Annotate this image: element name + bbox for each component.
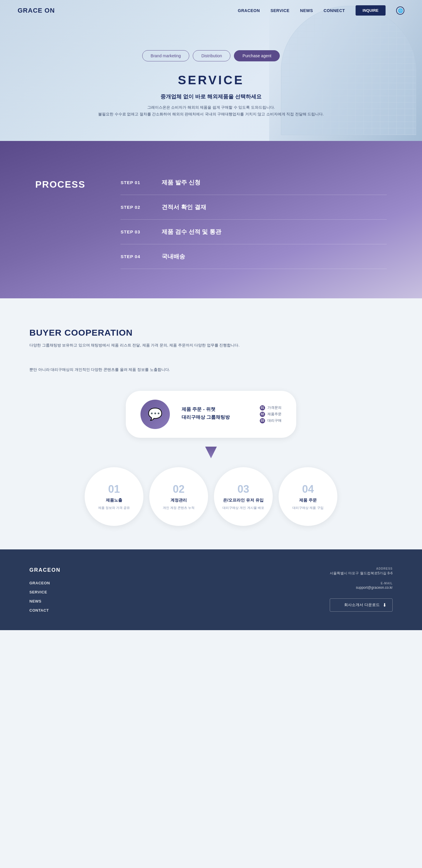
footer-address-value: 서울특별시 마포구 월드컵북로5가길 8-6 — [330, 571, 393, 576]
footer-link-news[interactable]: NEWS — [29, 599, 60, 603]
wechat-step-num-1: 01 — [260, 405, 265, 410]
step-text-2: 견적서 확인 결재 — [162, 203, 206, 211]
process-section: PROCESS STEP 01 제품 발주 신청 STEP 02 견적서 확인 … — [0, 141, 422, 298]
wechat-step-num-3: 03 — [260, 418, 265, 424]
process-title: PROCESS — [35, 170, 85, 190]
buyer-circle-1: 01 제품노출 제품 정보와 가격 공유 — [85, 467, 143, 526]
download-button[interactable]: 회사소개서 다운로드 ⬇ — [330, 598, 393, 612]
step-label-1: STEP 01 — [120, 180, 144, 185]
nav-connect[interactable]: CONNECT — [323, 8, 345, 13]
hero-subtitle: 중개업체 없이 바로 해외제품을 선택하세요 — [98, 93, 323, 100]
buyer-circle-2: 02 계정관리 개인 계정 콘텐츠 누적 — [149, 467, 208, 526]
buyer-title: BUYER COOPERATION — [29, 328, 393, 338]
wechat-step-text-1: 가격문의 — [268, 405, 282, 410]
arrow-down-icon — [205, 446, 217, 458]
wechat-step-2: 02 제품주문 — [260, 412, 282, 417]
wechat-card: 💬 제품 주문 - 위챗 대리구매상 그룹채팅방 01 가격문의 02 제품주문 — [126, 391, 296, 438]
wechat-step-3: 03 대리구매 — [260, 418, 282, 424]
nav-news[interactable]: NEWS — [300, 8, 313, 13]
circle-title-3: 온/오프라인 유저 유입 — [223, 498, 263, 503]
globe-icon[interactable]: 🌐 — [396, 6, 404, 15]
buyer-circles: 01 제품노출 제품 정보와 가격 공유 02 계정관리 개인 계정 콘텐츠 누… — [85, 467, 337, 526]
wechat-icon-wrap: 💬 — [140, 400, 170, 429]
circle-num-3: 03 — [237, 483, 249, 495]
step-label-3: STEP 03 — [120, 229, 144, 234]
circle-title-1: 제품노출 — [106, 498, 122, 503]
hero-section: Brand marketing Distribution Purchase ag… — [0, 0, 422, 141]
hero-desc-line2: 불필요한 수수료 없애고 절차를 간소화하여 해외의 판매처에서 국내의 구매대… — [98, 111, 323, 118]
wechat-icon: 💬 — [148, 407, 163, 421]
wechat-text: 제품 주문 - 위챗 대리구매상 그룹채팅방 — [181, 406, 242, 422]
footer-email-value: support@graceon.co.kr — [330, 586, 393, 590]
footer-right: ADDRESS 서울특별시 마포구 월드컵북로5가길 8-6 E-MAIL su… — [330, 567, 393, 612]
process-step-2: STEP 02 견적서 확인 결재 — [120, 195, 387, 220]
tab-distribution[interactable]: Distribution — [193, 50, 230, 61]
wechat-step-text-2: 제품주문 — [268, 412, 282, 417]
circle-title-4: 제품 주문 — [299, 498, 317, 503]
step-label-4: STEP 04 — [120, 254, 144, 259]
buyer-desc-line1: 다양한 그룹채팅방 보유하고 있으며 채팅방에서 제품 리스트 전달, 제품 가… — [29, 342, 393, 348]
buyer-circle-3: 03 온/오프라인 유저 유입 대리구매상 개인 게시물 배포 — [214, 467, 273, 526]
hero-content: SERVICE 중개업체 없이 바로 해외제품을 선택하세요 그레이스온은 소비… — [98, 73, 323, 118]
inquire-button[interactable]: INQUIRE — [356, 5, 386, 16]
hero-desc-line1: 그레이스온은 소비자가 해외의 제품을 쉽게 구매할 수 있도록 도와드립니다. — [98, 104, 323, 111]
step-text-1: 제품 발주 신청 — [162, 179, 200, 186]
wechat-label-line2: 대리구매상 그룹채팅방 — [181, 414, 242, 421]
circle-desc-4: 대리구매상 제품 구입 — [292, 505, 323, 510]
circle-num-2: 02 — [173, 483, 185, 495]
circle-desc-3: 대리구매상 개인 게시물 배포 — [222, 505, 264, 510]
nav-service[interactable]: SERVICE — [270, 8, 289, 13]
tab-brand-marketing[interactable]: Brand marketing — [142, 50, 190, 61]
footer-email-label: E-MAIL — [330, 582, 393, 585]
footer-address-label: ADDRESS — [330, 567, 393, 570]
buyer-flow: 💬 제품 주문 - 위챗 대리구매상 그룹채팅방 01 가격문의 02 제품주문 — [29, 391, 393, 526]
wechat-label-line1: 제품 주문 - 위챗 — [181, 406, 242, 412]
buyer-circle-4: 04 제품 주문 대리구매상 제품 구입 — [279, 467, 337, 526]
footer-link-contact[interactable]: CONTACT — [29, 608, 60, 613]
circle-num-1: 01 — [108, 483, 120, 495]
tab-purchase-agent[interactable]: Purchase agent — [234, 50, 280, 61]
circle-desc-2: 개인 계정 콘텐츠 누적 — [163, 505, 195, 510]
footer-link-graceon[interactable]: GRACEON — [29, 581, 60, 585]
circle-title-2: 계정관리 — [170, 498, 187, 503]
step-text-4: 국내배송 — [162, 252, 185, 260]
nav: GRACEON SERVICE NEWS CONNECT INQUIRE 🌐 — [238, 5, 404, 16]
circle-num-4: 04 — [302, 483, 314, 495]
header: GRACE ON GRACEON SERVICE NEWS CONNECT IN… — [0, 0, 422, 21]
process-step-3: STEP 03 제품 검수 선적 및 통관 — [120, 220, 387, 244]
footer-link-service[interactable]: SERVICE — [29, 590, 60, 594]
step-label-2: STEP 02 — [120, 205, 144, 210]
circle-desc-1: 제품 정보와 가격 공유 — [98, 505, 130, 510]
download-icon: ⬇ — [383, 602, 387, 608]
wechat-step-1: 01 가격문의 — [260, 405, 282, 410]
download-button-label: 회사소개서 다운로드 — [344, 602, 380, 608]
buyer-desc-line2: 뿐만 아니라 대리구매상의 개인적인 다양한 콘텐츠를 올려 제품 정보를 노출… — [29, 366, 393, 373]
process-step-1: STEP 01 제품 발주 신청 — [120, 170, 387, 195]
footer: GRACEON GRACEON SERVICE NEWS CONTACT ADD… — [0, 549, 422, 630]
wechat-step-text-3: 대리구매 — [268, 418, 282, 423]
buyer-section: BUYER COOPERATION 다양한 그룹채팅방 보유하고 있으며 채팅방… — [0, 298, 422, 549]
wechat-steps: 01 가격문의 02 제품주문 03 대리구매 — [260, 405, 282, 424]
footer-logo: GRACEON — [29, 567, 60, 573]
logo: GRACE ON — [18, 7, 55, 14]
nav-graceon[interactable]: GRACEON — [238, 8, 260, 13]
process-step-4: STEP 04 국내배송 — [120, 244, 387, 269]
wechat-step-num-2: 02 — [260, 412, 265, 417]
hero-tabs: Brand marketing Distribution Purchase ag… — [142, 50, 280, 61]
process-steps: STEP 01 제품 발주 신청 STEP 02 견적서 확인 결재 STEP … — [120, 170, 387, 269]
building-background — [269, 0, 422, 141]
footer-left: GRACEON GRACEON SERVICE NEWS CONTACT — [29, 567, 60, 613]
hero-title: SERVICE — [98, 73, 323, 87]
step-text-3: 제품 검수 선적 및 통관 — [162, 228, 221, 236]
